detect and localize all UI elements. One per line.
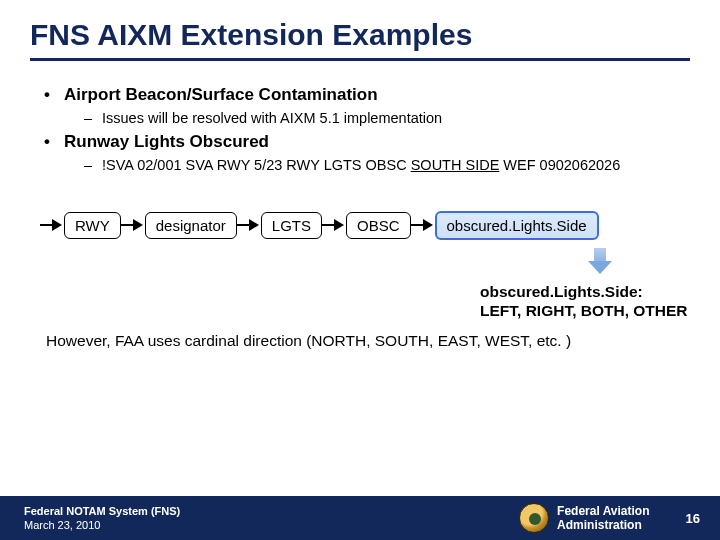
enum-block: obscured.Lights.Side: LEFT, RIGHT, BOTH,…	[480, 282, 700, 321]
notam-underlined: SOUTH SIDE	[411, 157, 500, 173]
notam-prefix: !SVA 02/001 SVA RWY 5/23 RWY LGTS OBSC	[102, 157, 411, 173]
sub-bullet-item: !SVA 02/001 SVA RWY 5/23 RWY LGTS OBSC S…	[64, 156, 690, 175]
agency-line1: Federal Aviation	[557, 504, 649, 518]
bullet-text: Airport Beacon/Surface Contamination	[64, 85, 378, 104]
diagram-box-lgts: LGTS	[261, 212, 322, 239]
page-number: 16	[686, 511, 700, 526]
diagram-box-obscured-lights-side: obscured.Lights.Side	[435, 211, 599, 240]
faa-note: However, FAA uses cardinal direction (NO…	[40, 332, 690, 350]
arrow-right-icon	[237, 218, 261, 232]
arrow-right-icon	[40, 218, 64, 232]
down-arrow-container	[580, 248, 620, 278]
enum-label: obscured.Lights.Side:	[480, 282, 700, 301]
agency-line2: Administration	[557, 518, 649, 532]
arrow-right-icon	[322, 218, 346, 232]
footer-agency-block: Federal Aviation Administration	[519, 503, 649, 533]
bullet-list: Airport Beacon/Surface Contamination Iss…	[40, 85, 690, 175]
slide: FNS AIXM Extension Examples Airport Beac…	[0, 0, 720, 540]
diagram-box-rwy: RWY	[64, 212, 121, 239]
diagram-box-designator: designator	[145, 212, 237, 239]
footer-date: March 23, 2010	[24, 518, 519, 532]
footer-system-name: Federal NOTAM System (FNS)	[24, 504, 519, 518]
slide-title: FNS AIXM Extension Examples	[30, 18, 690, 61]
bullet-text: Runway Lights Obscured	[64, 132, 269, 151]
enum-values: LEFT, RIGHT, BOTH, OTHER	[480, 301, 700, 320]
flow-diagram: RWY designator LGTS OBSC obscured.Lights…	[40, 211, 690, 240]
sub-bullet-list: Issues will be resolved with AIXM 5.1 im…	[64, 109, 690, 128]
faa-seal-icon	[519, 503, 549, 533]
bullet-item: Airport Beacon/Surface Contamination Iss…	[40, 85, 690, 128]
slide-footer: Federal NOTAM System (FNS) March 23, 201…	[0, 496, 720, 540]
notam-suffix: WEF 0902062026	[499, 157, 620, 173]
arrow-down-icon	[591, 248, 609, 274]
arrow-right-icon	[121, 218, 145, 232]
bullet-item: Runway Lights Obscured !SVA 02/001 SVA R…	[40, 132, 690, 175]
footer-left: Federal NOTAM System (FNS) March 23, 201…	[24, 504, 519, 533]
sub-bullet-list: !SVA 02/001 SVA RWY 5/23 RWY LGTS OBSC S…	[64, 156, 690, 175]
sub-bullet-item: Issues will be resolved with AIXM 5.1 im…	[64, 109, 690, 128]
content-area: Airport Beacon/Surface Contamination Iss…	[30, 85, 690, 350]
footer-agency-name: Federal Aviation Administration	[557, 504, 649, 533]
arrow-right-icon	[411, 218, 435, 232]
diagram-box-obsc: OBSC	[346, 212, 411, 239]
